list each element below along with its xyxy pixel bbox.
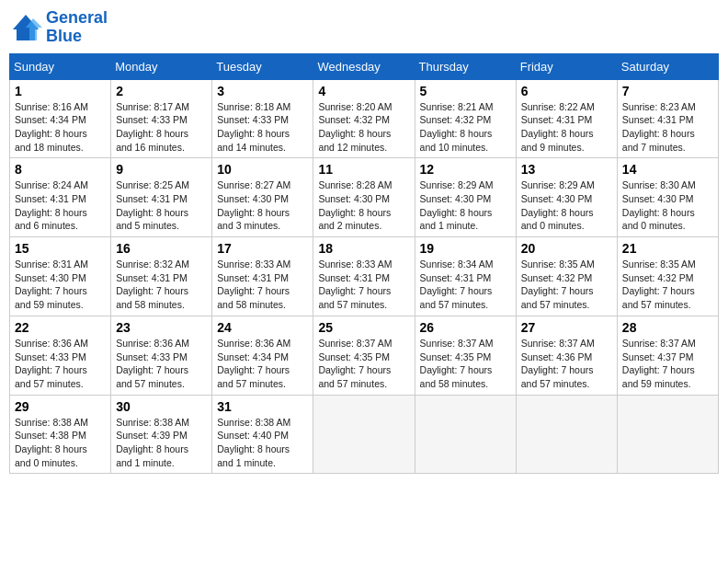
calendar-cell: 15 Sunrise: 8:31 AMSunset: 4:30 PMDaylig… <box>10 237 111 316</box>
day-number: 26 <box>420 320 511 335</box>
calendar-cell: 21 Sunrise: 8:35 AMSunset: 4:32 PMDaylig… <box>617 237 718 316</box>
cell-info: Sunrise: 8:32 AMSunset: 4:31 PMDaylight:… <box>116 259 189 310</box>
calendar-cell: 30 Sunrise: 8:38 AMSunset: 4:39 PMDaylig… <box>111 395 212 474</box>
cell-info: Sunrise: 8:30 AMSunset: 4:30 PMDaylight:… <box>622 179 696 231</box>
logo-icon <box>9 11 42 44</box>
day-number: 30 <box>116 399 207 414</box>
calendar-cell: 13 Sunrise: 8:29 AMSunset: 4:30 PMDaylig… <box>516 158 617 237</box>
cell-info: Sunrise: 8:24 AMSunset: 4:31 PMDaylight:… <box>15 179 88 231</box>
cell-info: Sunrise: 8:38 AMSunset: 4:40 PMDaylight:… <box>217 417 290 468</box>
calendar-cell: 12 Sunrise: 8:29 AMSunset: 4:30 PMDaylig… <box>415 158 516 237</box>
cell-info: Sunrise: 8:22 AMSunset: 4:31 PMDaylight:… <box>521 101 595 153</box>
day-number: 2 <box>116 84 207 98</box>
calendar-cell: 27 Sunrise: 8:37 AMSunset: 4:36 PMDaylig… <box>516 316 617 395</box>
calendar-cell: 23 Sunrise: 8:36 AMSunset: 4:33 PMDaylig… <box>111 316 212 395</box>
day-number: 15 <box>15 241 106 256</box>
calendar-cell: 4 Sunrise: 8:20 AMSunset: 4:32 PMDayligh… <box>313 79 415 158</box>
day-header-monday: Monday <box>111 53 212 79</box>
calendar-cell: 10 Sunrise: 8:27 AMSunset: 4:30 PMDaylig… <box>212 158 313 237</box>
calendar-cell: 17 Sunrise: 8:33 AMSunset: 4:31 PMDaylig… <box>212 237 313 316</box>
day-number: 7 <box>622 84 713 98</box>
calendar-cell: 1 Sunrise: 8:16 AMSunset: 4:34 PMDayligh… <box>10 79 111 158</box>
day-number: 13 <box>521 162 612 177</box>
cell-info: Sunrise: 8:16 AMSunset: 4:34 PMDaylight:… <box>15 101 88 153</box>
calendar-cell: 16 Sunrise: 8:32 AMSunset: 4:31 PMDaylig… <box>111 237 212 316</box>
logo: General Blue <box>9 9 108 46</box>
cell-info: Sunrise: 8:36 AMSunset: 4:33 PMDaylight:… <box>15 338 88 389</box>
calendar-week-5: 29 Sunrise: 8:38 AMSunset: 4:38 PMDaylig… <box>10 395 719 474</box>
calendar-cell <box>516 395 617 474</box>
calendar-cell: 22 Sunrise: 8:36 AMSunset: 4:33 PMDaylig… <box>10 316 111 395</box>
cell-info: Sunrise: 8:29 AMSunset: 4:30 PMDaylight:… <box>521 179 595 231</box>
day-number: 12 <box>420 162 511 177</box>
day-number: 5 <box>420 84 511 98</box>
calendar-cell: 18 Sunrise: 8:33 AMSunset: 4:31 PMDaylig… <box>313 237 415 316</box>
calendar-cell: 2 Sunrise: 8:17 AMSunset: 4:33 PMDayligh… <box>111 79 212 158</box>
calendar-table: SundayMondayTuesdayWednesdayThursdayFrid… <box>9 53 719 475</box>
cell-info: Sunrise: 8:37 AMSunset: 4:36 PMDaylight:… <box>521 338 595 389</box>
day-number: 14 <box>622 162 713 177</box>
calendar-cell: 8 Sunrise: 8:24 AMSunset: 4:31 PMDayligh… <box>10 158 111 237</box>
calendar-cell: 20 Sunrise: 8:35 AMSunset: 4:32 PMDaylig… <box>516 237 617 316</box>
day-header-thursday: Thursday <box>415 53 516 79</box>
calendar-cell: 11 Sunrise: 8:28 AMSunset: 4:30 PMDaylig… <box>313 158 415 237</box>
calendar-cell <box>313 395 415 474</box>
day-number: 3 <box>217 84 308 98</box>
day-number: 29 <box>15 399 106 414</box>
cell-info: Sunrise: 8:17 AMSunset: 4:33 PMDaylight:… <box>116 101 189 153</box>
cell-info: Sunrise: 8:38 AMSunset: 4:38 PMDaylight:… <box>15 417 88 468</box>
calendar-cell: 3 Sunrise: 8:18 AMSunset: 4:33 PMDayligh… <box>212 79 313 158</box>
cell-info: Sunrise: 8:35 AMSunset: 4:32 PMDaylight:… <box>622 259 696 310</box>
day-number: 19 <box>420 241 511 256</box>
calendar-cell: 29 Sunrise: 8:38 AMSunset: 4:38 PMDaylig… <box>10 395 111 474</box>
cell-info: Sunrise: 8:36 AMSunset: 4:34 PMDaylight:… <box>217 338 290 389</box>
day-number: 25 <box>318 320 409 335</box>
day-number: 11 <box>318 162 409 177</box>
day-number: 31 <box>217 399 308 414</box>
cell-info: Sunrise: 8:38 AMSunset: 4:39 PMDaylight:… <box>116 417 189 468</box>
cell-info: Sunrise: 8:33 AMSunset: 4:31 PMDaylight:… <box>217 259 290 310</box>
calendar-cell: 28 Sunrise: 8:37 AMSunset: 4:37 PMDaylig… <box>617 316 718 395</box>
day-number: 9 <box>116 162 207 177</box>
calendar-cell <box>617 395 718 474</box>
cell-info: Sunrise: 8:36 AMSunset: 4:33 PMDaylight:… <box>116 338 189 389</box>
day-number: 23 <box>116 320 207 335</box>
cell-info: Sunrise: 8:25 AMSunset: 4:31 PMDaylight:… <box>116 179 189 231</box>
day-number: 22 <box>15 320 106 335</box>
day-number: 20 <box>521 241 612 256</box>
day-number: 4 <box>318 84 409 98</box>
cell-info: Sunrise: 8:28 AMSunset: 4:30 PMDaylight:… <box>318 179 392 231</box>
cell-info: Sunrise: 8:23 AMSunset: 4:31 PMDaylight:… <box>622 101 696 153</box>
day-number: 17 <box>217 241 308 256</box>
cell-info: Sunrise: 8:35 AMSunset: 4:32 PMDaylight:… <box>521 259 595 310</box>
day-number: 1 <box>15 84 106 98</box>
cell-info: Sunrise: 8:34 AMSunset: 4:31 PMDaylight:… <box>420 259 494 310</box>
calendar-week-4: 22 Sunrise: 8:36 AMSunset: 4:33 PMDaylig… <box>10 316 719 395</box>
cell-info: Sunrise: 8:18 AMSunset: 4:33 PMDaylight:… <box>217 101 290 153</box>
day-number: 21 <box>622 241 713 256</box>
cell-info: Sunrise: 8:37 AMSunset: 4:37 PMDaylight:… <box>622 338 696 389</box>
day-header-tuesday: Tuesday <box>212 53 313 79</box>
page-header: General Blue <box>9 9 719 46</box>
day-header-saturday: Saturday <box>617 53 718 79</box>
cell-info: Sunrise: 8:31 AMSunset: 4:30 PMDaylight:… <box>15 259 88 310</box>
calendar-cell: 9 Sunrise: 8:25 AMSunset: 4:31 PMDayligh… <box>111 158 212 237</box>
day-header-friday: Friday <box>516 53 617 79</box>
calendar-cell: 26 Sunrise: 8:37 AMSunset: 4:35 PMDaylig… <box>415 316 516 395</box>
calendar-week-3: 15 Sunrise: 8:31 AMSunset: 4:30 PMDaylig… <box>10 237 719 316</box>
calendar-week-2: 8 Sunrise: 8:24 AMSunset: 4:31 PMDayligh… <box>10 158 719 237</box>
calendar-cell: 19 Sunrise: 8:34 AMSunset: 4:31 PMDaylig… <box>415 237 516 316</box>
cell-info: Sunrise: 8:37 AMSunset: 4:35 PMDaylight:… <box>318 338 392 389</box>
calendar-cell: 6 Sunrise: 8:22 AMSunset: 4:31 PMDayligh… <box>516 79 617 158</box>
calendar-cell <box>415 395 516 474</box>
day-number: 8 <box>15 162 106 177</box>
calendar-cell: 7 Sunrise: 8:23 AMSunset: 4:31 PMDayligh… <box>617 79 718 158</box>
day-number: 6 <box>521 84 612 98</box>
cell-info: Sunrise: 8:27 AMSunset: 4:30 PMDaylight:… <box>217 179 290 231</box>
calendar-cell: 5 Sunrise: 8:21 AMSunset: 4:32 PMDayligh… <box>415 79 516 158</box>
calendar-cell: 24 Sunrise: 8:36 AMSunset: 4:34 PMDaylig… <box>212 316 313 395</box>
day-number: 27 <box>521 320 612 335</box>
calendar-cell: 14 Sunrise: 8:30 AMSunset: 4:30 PMDaylig… <box>617 158 718 237</box>
day-number: 16 <box>116 241 207 256</box>
calendar-cell: 31 Sunrise: 8:38 AMSunset: 4:40 PMDaylig… <box>212 395 313 474</box>
